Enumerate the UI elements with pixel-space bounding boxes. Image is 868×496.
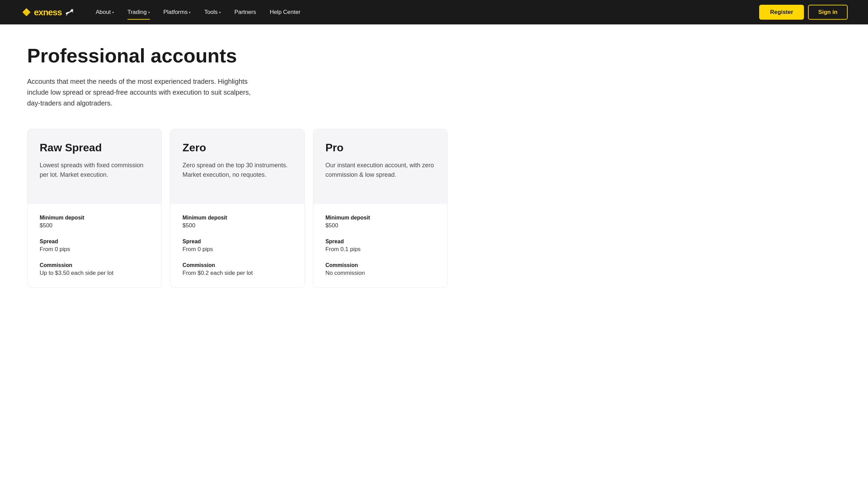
logo-text: exness — [20, 6, 74, 18]
main-content: Professional accounts Accounts that meet… — [0, 25, 475, 315]
logo-wordmark: exness — [34, 7, 62, 18]
signin-button[interactable]: Sign in — [808, 5, 848, 20]
chevron-down-icon: ▾ — [112, 11, 114, 14]
page-title: Professional accounts — [27, 45, 448, 66]
detail-spread-zero: Spread From 0 pips — [182, 238, 292, 253]
navbar: exness About ▾ Trading ▾ Platforms ▾ — [0, 0, 868, 25]
chevron-down-icon: ▾ — [148, 11, 150, 14]
card-description-zero: Zero spread on the top 30 instruments. M… — [182, 161, 292, 180]
account-card-zero: Zero Zero spread on the top 30 instrumen… — [170, 129, 304, 288]
nav-item-platforms[interactable]: Platforms ▾ — [158, 6, 196, 18]
account-card-raw-spread: Raw Spread Lowest spreads with fixed com… — [27, 129, 162, 288]
nav-item-partners[interactable]: Partners — [229, 6, 261, 18]
chevron-down-icon: ▾ — [219, 11, 221, 14]
detail-commission-zero: Commission From $0.2 each side per lot — [182, 262, 292, 277]
nav-item-help-center[interactable]: Help Center — [264, 6, 306, 18]
card-description-raw-spread: Lowest spreads with fixed commission per… — [40, 161, 149, 180]
detail-min-deposit-zero: Minimum deposit $500 — [182, 215, 292, 229]
logo-icon — [20, 6, 33, 18]
detail-spread-raw-spread: Spread From 0 pips — [40, 238, 149, 253]
card-details-pro: Minimum deposit $500 Spread From 0.1 pip… — [313, 204, 447, 288]
nav-links: About ▾ Trading ▾ Platforms ▾ Tools ▾ Pa… — [90, 6, 306, 18]
card-header-zero: Zero Zero spread on the top 30 instrumen… — [170, 129, 304, 204]
card-name-zero: Zero — [182, 141, 292, 154]
card-description-pro: Our instant execution account, with zero… — [325, 161, 435, 180]
register-button[interactable]: Register — [759, 5, 804, 20]
card-name-pro: Pro — [325, 141, 435, 154]
detail-min-deposit-pro: Minimum deposit $500 — [325, 215, 435, 229]
dove-icon — [64, 8, 74, 16]
chevron-down-icon: ▾ — [189, 11, 191, 14]
detail-min-deposit-raw-spread: Minimum deposit $500 — [40, 215, 149, 229]
card-details-raw-spread: Minimum deposit $500 Spread From 0 pips … — [28, 204, 161, 288]
nav-item-trading[interactable]: Trading ▾ — [122, 6, 155, 18]
navbar-left: exness About ▾ Trading ▾ Platforms ▾ — [20, 6, 306, 18]
nav-item-tools[interactable]: Tools ▾ — [199, 6, 226, 18]
detail-commission-raw-spread: Commission Up to $3.50 each side per lot — [40, 262, 149, 277]
card-name-raw-spread: Raw Spread — [40, 141, 149, 154]
accounts-grid: Raw Spread Lowest spreads with fixed com… — [27, 129, 448, 288]
nav-item-about[interactable]: About ▾ — [90, 6, 119, 18]
card-header-pro: Pro Our instant execution account, with … — [313, 129, 447, 204]
detail-commission-pro: Commission No commission — [325, 262, 435, 277]
page-description: Accounts that meet the needs of the most… — [27, 76, 258, 109]
account-card-pro: Pro Our instant execution account, with … — [313, 129, 448, 288]
card-details-zero: Minimum deposit $500 Spread From 0 pips … — [170, 204, 304, 288]
card-header-raw-spread: Raw Spread Lowest spreads with fixed com… — [28, 129, 161, 204]
navbar-right: Register Sign in — [759, 5, 848, 20]
logo[interactable]: exness — [20, 6, 74, 18]
detail-spread-pro: Spread From 0.1 pips — [325, 238, 435, 253]
